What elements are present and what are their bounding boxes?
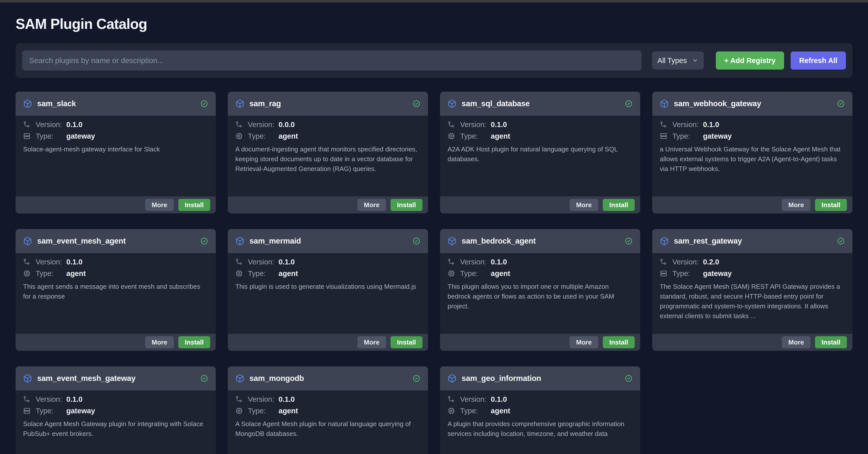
server-icon <box>660 132 667 140</box>
search-input[interactable] <box>22 51 642 71</box>
version-value: 0.2.0 <box>703 258 719 266</box>
type-label: Type: <box>672 132 703 140</box>
version-value: 0.0.0 <box>279 121 295 129</box>
server-icon <box>23 407 31 415</box>
install-button[interactable]: Install <box>178 336 210 348</box>
install-button[interactable]: Install <box>815 199 847 211</box>
cpu-icon <box>235 132 243 140</box>
cpu-icon <box>235 270 243 277</box>
more-button[interactable]: More <box>569 336 598 348</box>
verified-check-icon <box>200 100 208 108</box>
version-route-icon <box>447 121 455 128</box>
window-chrome-strip <box>0 0 868 2</box>
plugin-name: sam_rest_gateway <box>674 236 832 246</box>
type-row: Type: gateway <box>23 130 208 142</box>
verified-check-icon <box>625 237 633 245</box>
plugin-card-footer: More Install <box>16 196 216 214</box>
more-button[interactable]: More <box>145 199 174 211</box>
type-value: agent <box>279 407 298 415</box>
plugin-cube-icon <box>235 236 244 246</box>
cpu-icon <box>447 270 455 277</box>
type-value: agent <box>279 269 298 278</box>
install-button[interactable]: Install <box>391 199 423 211</box>
plugin-cube-icon <box>235 99 244 108</box>
plugin-card-header: sam_rest_gateway <box>652 229 852 253</box>
plugin-name: sam_sql_database <box>462 99 620 108</box>
verified-check-icon <box>412 375 421 383</box>
type-row: Type: agent <box>235 268 421 279</box>
type-value: agent <box>279 132 298 140</box>
plugin-card-header: sam_webhook_gateway <box>652 92 852 116</box>
plugin-cube-icon <box>447 99 457 108</box>
install-button[interactable]: Install <box>603 336 635 348</box>
plugin-card-footer: More Install <box>228 196 428 214</box>
plugin-description: a Universal Webhook Gateway for the Sola… <box>660 144 845 174</box>
version-route-icon <box>660 258 667 266</box>
plugin-card-body: Version: 0.1.0 <box>440 253 640 334</box>
type-label: Type: <box>248 269 279 278</box>
type-label: Type: <box>36 269 66 278</box>
plugin-card-header: sam_event_mesh_agent <box>16 229 216 253</box>
version-row: Version: 0.1.0 <box>23 393 208 405</box>
more-button[interactable]: More <box>358 336 386 348</box>
type-value: agent <box>491 407 510 415</box>
plugin-name: sam_slack <box>37 99 195 108</box>
plugin-card: sam_event_mesh_agent Version: 0.1. <box>16 229 216 351</box>
plugin-description: This plugin allows you to import one or … <box>447 282 633 311</box>
version-value: 0.1.0 <box>66 121 83 129</box>
install-button[interactable]: Install <box>391 336 423 348</box>
server-icon <box>23 132 31 140</box>
version-row: Version: 0.1.0 <box>23 119 208 130</box>
plugin-card-body: Version: 0.0.0 <box>228 116 428 196</box>
plugin-card: sam_bedrock_agent Version: 0.1.0 <box>440 229 640 351</box>
version-row: Version: 0.1.0 <box>447 256 633 268</box>
type-filter-select[interactable]: All Types <box>652 52 704 70</box>
version-row: Version: 0.1.0 <box>235 393 421 405</box>
plugin-card-footer: More Install <box>440 196 640 214</box>
refresh-all-button[interactable]: Refresh All <box>790 52 846 70</box>
plugin-card: sam_rest_gateway Version: 0.2.0 <box>652 229 852 351</box>
type-value: gateway <box>66 407 95 415</box>
plugin-card: sam_mongodb Version: 0.1.0 <box>228 366 428 454</box>
verified-check-icon <box>625 100 633 108</box>
version-label: Version: <box>248 395 279 403</box>
plugin-cube-icon <box>660 99 669 108</box>
verified-check-icon <box>200 375 208 383</box>
version-value: 0.1.0 <box>279 258 295 266</box>
version-route-icon <box>235 121 243 128</box>
more-button[interactable]: More <box>782 199 810 211</box>
version-row: Version: 0.1.0 <box>447 119 633 130</box>
install-button[interactable]: Install <box>178 199 210 211</box>
plugin-card-header: sam_slack <box>16 92 216 116</box>
more-button[interactable]: More <box>782 336 810 348</box>
verified-check-icon <box>412 100 421 108</box>
plugin-card-body: Version: 0.1.0 <box>440 116 640 196</box>
cpu-icon <box>447 132 455 140</box>
version-value: 0.1.0 <box>66 258 83 266</box>
plugin-card: sam_webhook_gateway Version: 0.1.0 <box>652 92 852 214</box>
version-label: Version: <box>36 258 66 266</box>
more-button[interactable]: More <box>145 336 174 348</box>
plugin-card: sam_sql_database Version: 0.1.0 <box>440 92 640 214</box>
plugin-name: sam_mongodb <box>249 374 407 383</box>
version-label: Version: <box>460 258 491 266</box>
plugin-name: sam_mermaid <box>249 236 407 246</box>
more-button[interactable]: More <box>569 199 598 211</box>
plugin-card: sam_rag Version: 0.0.0 <box>228 92 428 214</box>
type-label: Type: <box>248 407 279 415</box>
more-button[interactable]: More <box>358 199 386 211</box>
cpu-icon <box>23 270 31 277</box>
plugin-name: sam_webhook_gateway <box>674 99 832 108</box>
cpu-icon <box>447 407 455 415</box>
install-button[interactable]: Install <box>815 336 847 348</box>
version-route-icon <box>23 395 31 403</box>
install-button[interactable]: Install <box>603 199 635 211</box>
plugin-name: sam_geo_information <box>462 374 620 383</box>
add-registry-button[interactable]: + Add Registry <box>716 52 784 70</box>
plugin-card-header: sam_geo_information <box>440 366 640 390</box>
plugin-card-body: Version: 0.1.0 <box>16 253 216 334</box>
type-value: gateway <box>703 269 732 278</box>
type-row: Type: agent <box>23 268 208 279</box>
plugin-cube-icon <box>447 374 457 383</box>
version-label: Version: <box>248 121 279 129</box>
